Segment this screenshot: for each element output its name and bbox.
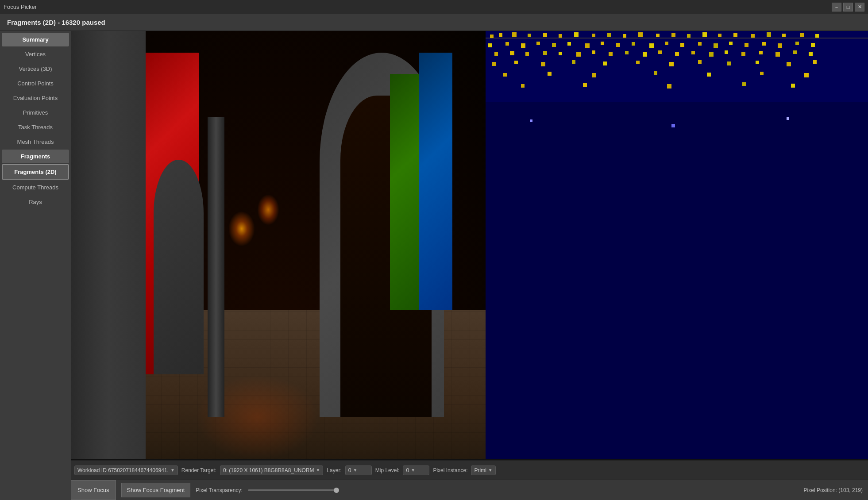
mip-level-value: 0 — [406, 467, 409, 473]
sidebar-item-compute-threads[interactable]: Compute Threads — [2, 181, 69, 194]
svg-rect-53 — [643, 52, 647, 57]
slider-thumb — [334, 488, 339, 493]
svg-rect-84 — [583, 83, 587, 87]
svg-rect-8 — [592, 34, 595, 37]
layer-dropdown[interactable]: 0 ▼ — [345, 465, 372, 475]
svg-rect-91 — [671, 124, 675, 127]
svg-rect-28 — [567, 42, 571, 46]
svg-rect-29 — [585, 43, 590, 48]
pixel-instance-label: Pixel Instance: — [433, 467, 467, 473]
svg-rect-77 — [548, 72, 552, 76]
sidebar: Summary Vertices Vertices (3D) Control P… — [0, 31, 71, 500]
viewport-canvas[interactable] — [71, 31, 868, 460]
svg-rect-36 — [698, 42, 702, 46]
pixel-position-label: Pixel Position: — [804, 487, 837, 493]
mip-level-dropdown[interactable]: 0 ▼ — [403, 465, 429, 475]
svg-rect-32 — [632, 42, 635, 46]
svg-rect-72 — [727, 62, 731, 65]
svg-rect-18 — [751, 34, 755, 38]
window-title: Focus Picker — [4, 4, 832, 10]
sidebar-item-vertices[interactable]: Vertices — [2, 47, 69, 61]
title-bar: Focus Picker − □ ✕ — [0, 0, 868, 14]
svg-rect-30 — [601, 42, 604, 45]
svg-rect-55 — [675, 52, 679, 56]
svg-rect-50 — [592, 50, 595, 54]
svg-rect-62 — [793, 50, 797, 54]
svg-rect-26 — [536, 42, 540, 45]
workload-id-dropdown[interactable]: Workload ID 67502071844674406941. ▼ — [74, 465, 178, 475]
blue-banner-right — [419, 53, 452, 310]
svg-rect-49 — [576, 52, 581, 57]
sidebar-item-task-threads[interactable]: Task Threads — [2, 120, 69, 134]
svg-rect-5 — [543, 33, 547, 37]
bottom-toolbar: Workload ID 67502071844674406941. ▼ Rend… — [71, 460, 868, 480]
svg-rect-76 — [503, 73, 507, 77]
body-area: Summary Vertices Vertices (3D) Control P… — [0, 31, 868, 500]
svg-rect-74 — [787, 62, 791, 66]
svg-rect-12 — [656, 34, 660, 37]
sidebar-item-fragments[interactable]: Fragments — [2, 150, 69, 163]
sidebar-item-control-points[interactable]: Control Points — [2, 77, 69, 90]
show-focus-fragment-button[interactable]: Show Focus Fragment — [121, 483, 191, 497]
restore-button[interactable]: □ — [843, 3, 853, 12]
svg-rect-23 — [488, 43, 492, 47]
svg-rect-10 — [623, 34, 626, 38]
sidebar-item-fragments-2d[interactable]: Fragments (2D) — [2, 164, 69, 180]
svg-rect-3 — [512, 32, 517, 37]
svg-rect-73 — [756, 61, 759, 64]
render-target-value: 0: (1920 X 1061) B8G8R8A8_UNORM — [223, 467, 314, 473]
svg-rect-41 — [778, 43, 782, 48]
svg-rect-13 — [671, 33, 675, 37]
svg-rect-45 — [510, 51, 514, 55]
green-banner — [390, 74, 419, 310]
layer-value: 0 — [348, 467, 351, 473]
render-target-label: Render Target: — [181, 467, 216, 473]
svg-rect-6 — [559, 34, 562, 38]
svg-rect-48 — [559, 52, 562, 55]
svg-rect-19 — [767, 32, 771, 37]
svg-rect-82 — [804, 73, 809, 77]
svg-rect-89 — [486, 102, 868, 460]
svg-rect-83 — [521, 84, 525, 88]
svg-rect-92 — [787, 117, 789, 120]
svg-rect-11 — [638, 32, 643, 37]
sidebar-item-summary[interactable]: Summary — [2, 33, 69, 46]
svg-rect-2 — [499, 33, 502, 37]
svg-rect-43 — [811, 43, 815, 47]
svg-rect-75 — [813, 60, 817, 64]
viewport-bottom-border — [71, 459, 868, 460]
workload-id-text: Workload ID 67502071844674406941. — [77, 467, 169, 473]
svg-rect-22 — [815, 34, 819, 38]
pixel-transparency-slider[interactable] — [248, 489, 336, 491]
svg-rect-9 — [607, 33, 611, 37]
svg-rect-64 — [492, 62, 496, 66]
svg-rect-70 — [669, 62, 674, 66]
close-button[interactable]: ✕ — [855, 3, 864, 12]
render-target-dropdown[interactable]: 0: (1920 X 1061) B8G8R8A8_UNORM ▼ — [220, 465, 323, 475]
svg-rect-61 — [775, 52, 780, 57]
sidebar-item-mesh-threads[interactable]: Mesh Threads — [2, 135, 69, 149]
sidebar-item-evaluation-points[interactable]: Evaluation Points — [2, 91, 69, 105]
minimize-button[interactable]: − — [832, 3, 841, 12]
pixel-instance-arrow: ▼ — [488, 468, 493, 473]
sidebar-item-vertices-3d[interactable]: Vertices (3D) — [2, 62, 69, 76]
svg-rect-16 — [718, 34, 721, 37]
svg-rect-33 — [649, 43, 654, 48]
mip-level-label: Mip Level: — [375, 467, 400, 473]
svg-rect-85 — [667, 84, 671, 88]
render-target-arrow: ▼ — [316, 468, 320, 473]
action-bar: Show Focus Show Focus Fragment Pixel Tra… — [71, 480, 868, 500]
svg-rect-17 — [733, 33, 737, 37]
svg-rect-40 — [762, 42, 766, 46]
show-focus-button[interactable]: Show Focus — [71, 480, 116, 500]
header-title: Fragments (2D) - 16320 paused — [7, 19, 105, 26]
window-controls: − □ ✕ — [832, 3, 864, 12]
sidebar-item-rays[interactable]: Rays — [2, 195, 69, 209]
sidebar-item-primitives[interactable]: Primitives — [2, 106, 69, 119]
svg-rect-25 — [521, 43, 525, 48]
svg-rect-39 — [745, 43, 748, 47]
scene-left — [71, 31, 486, 460]
content-header: Fragments (2D) - 16320 paused — [0, 14, 868, 31]
pixel-instance-dropdown[interactable]: Primi ▼ — [471, 465, 495, 475]
svg-rect-60 — [759, 51, 763, 54]
